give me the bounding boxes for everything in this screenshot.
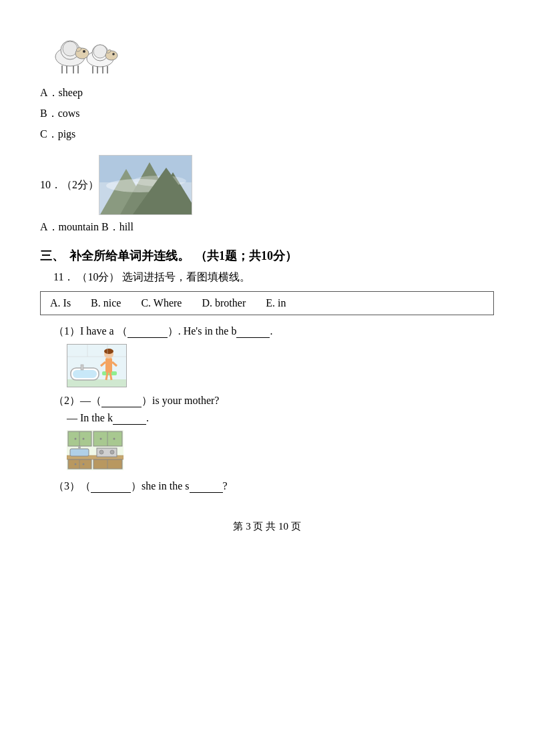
svg-rect-62 (70, 449, 89, 456)
mountain-image (99, 155, 192, 215)
blank-2-1[interactable] (101, 395, 142, 407)
blank-1-2[interactable] (236, 325, 270, 338)
q9-option-a: A．sheep (40, 86, 494, 100)
word-d: D. brother (202, 297, 246, 309)
page-footer: 第 3 页 共 10 页 (40, 520, 494, 533)
svg-rect-44 (68, 431, 91, 446)
blank-2-2[interactable] (113, 412, 146, 425)
q10-score: （2分） (61, 178, 99, 192)
sub-question-2: （2）—（ ）is your mother? (53, 394, 494, 408)
svg-rect-33 (105, 358, 112, 373)
blank-3-2[interactable] (190, 480, 223, 493)
sub-question-3: （3）（ ）she in the s ? (53, 480, 494, 494)
q10-number: 10． (40, 178, 61, 192)
svg-marker-24 (146, 172, 192, 215)
sheep-icon (40, 20, 127, 77)
q11-label: 11． （10分） 选词进括号，看图填横线。 (53, 270, 494, 285)
svg-point-47 (83, 438, 85, 440)
sub-question-2-answer: — In the k . (67, 412, 494, 425)
svg-point-35 (104, 349, 113, 354)
kitchen-image (67, 430, 494, 473)
word-e: E. in (266, 297, 286, 309)
svg-point-50 (100, 438, 102, 440)
svg-point-25 (106, 179, 173, 192)
word-c: C. Where (141, 297, 182, 309)
svg-point-56 (83, 463, 85, 465)
page-content: A．sheep B．cows C．pigs 10． （2分） (0, 0, 534, 560)
section3-header: 三、 补全所给单词并连线。 （共1题；共10分） (40, 248, 494, 264)
svg-point-12 (93, 45, 107, 58)
word-a: A. Is (50, 297, 71, 309)
q10-container: 10． （2分） (40, 155, 494, 215)
sub-question-1: （1）I have a （ ）. He's in the b . (53, 325, 494, 339)
svg-point-46 (75, 438, 77, 440)
svg-rect-28 (67, 379, 127, 387)
bathroom-image (67, 344, 127, 387)
blank-1-1[interactable] (127, 325, 168, 338)
svg-point-51 (113, 438, 115, 440)
sheep-image-container (40, 20, 494, 79)
svg-rect-57 (93, 459, 122, 469)
svg-rect-31 (81, 365, 83, 370)
svg-point-55 (75, 463, 77, 465)
svg-line-39 (110, 373, 111, 380)
svg-point-4 (83, 50, 85, 53)
svg-point-14 (112, 53, 115, 55)
svg-point-60 (99, 450, 103, 454)
svg-rect-30 (73, 370, 97, 378)
word-box: A. Is B. nice C. Where D. brother E. in (40, 291, 494, 315)
svg-line-38 (106, 373, 107, 380)
blank-3-1[interactable] (91, 480, 131, 493)
q9-option-b: B．cows (40, 107, 494, 121)
svg-rect-53 (68, 459, 91, 469)
svg-point-63 (78, 446, 81, 449)
svg-point-61 (110, 450, 114, 454)
svg-rect-48 (93, 431, 122, 446)
word-b: B. nice (91, 297, 121, 309)
q9-option-c: C．pigs (40, 128, 494, 142)
svg-rect-21 (99, 156, 192, 182)
q10-options: A．mountain B．hill (40, 220, 494, 234)
svg-point-26 (133, 176, 186, 186)
